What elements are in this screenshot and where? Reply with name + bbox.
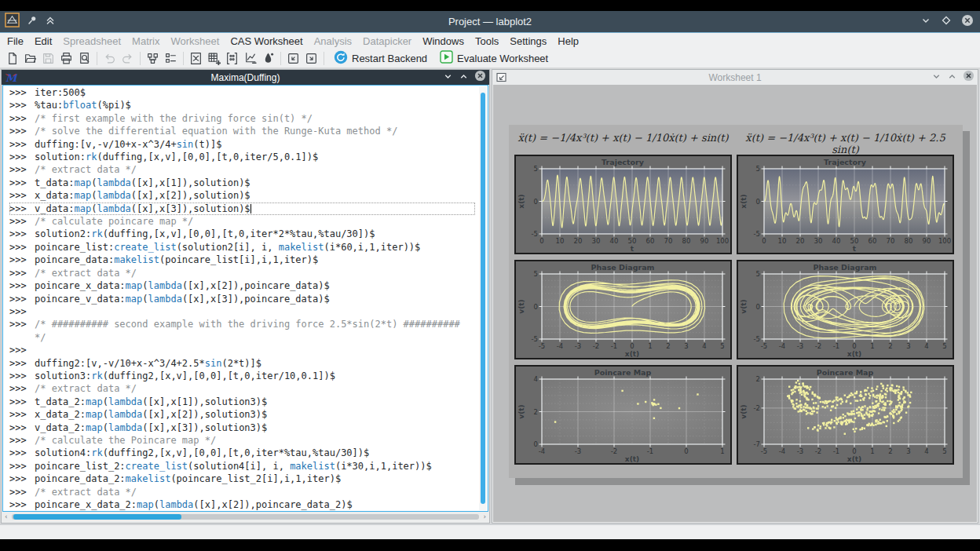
svg-text:0: 0 [539,237,543,245]
dock-bottom-right-button[interactable] [302,49,320,67]
properties-explorer-button[interactable] [162,49,180,67]
menu-windows[interactable]: Windows [417,35,470,47]
svg-text:100: 100 [938,237,951,245]
minimize-button[interactable] [920,15,931,29]
worksheet-restore-button[interactable] [947,71,957,85]
open-document-button[interactable] [21,49,39,67]
new-datapicker-button[interactable] [241,49,259,67]
svg-text:4: 4 [924,447,928,455]
svg-text:0: 0 [756,198,760,206]
code-line: >>>t_data_2:map(lambda([x],x[1]),solutio… [9,396,475,408]
print-button[interactable] [57,49,75,67]
worksheet-close-button[interactable] [963,70,975,85]
svg-text:1: 1 [720,447,724,455]
evaluate-worksheet-button[interactable]: Evaluate Worksheet [433,49,554,67]
svg-text:-4: -4 [557,342,563,350]
svg-text:4: 4 [702,342,706,350]
menu-matrix: Matrix [126,35,165,47]
worksheet-subwindow-titlebar[interactable]: Worksheet 1 [492,70,978,85]
new-cas-worksheet-button[interactable] [187,49,205,67]
menu-tools[interactable]: Tools [470,35,504,47]
plot-phase-diagram-2[interactable]: -5-4-3-2-1012345-505Phase Diagramx(t)v(t… [737,260,954,359]
worksheet-view[interactable]: ẍ(t) = −1/4x³(t) + x(t) − 1/10ẋ(t) + sin… [493,85,977,522]
maxima-horizontal-scrollbar-track[interactable] [12,514,479,520]
maxima-vertical-scrollbar[interactable] [479,86,487,510]
svg-text:x(t): x(t) [847,350,861,358]
svg-text:10: 10 [778,237,787,245]
svg-text:5: 5 [534,270,538,278]
menu-cas-worksheet[interactable]: CAS Worksheet [225,35,308,47]
svg-text:10: 10 [556,237,565,245]
code-line: >>>solution2:rk(duffing,[x,v],[0,0],[t,0… [9,228,475,240]
shade-window-icon[interactable] [45,15,56,29]
worksheet-shade-button[interactable] [931,71,942,85]
menu-settings[interactable]: Settings [504,35,552,47]
code-line: >>>/* extract data */ [9,486,475,498]
svg-text:0: 0 [756,303,760,311]
svg-text:-5: -5 [532,335,538,343]
svg-text:2: 2 [888,447,892,455]
color-scheme-button[interactable] [259,49,277,67]
maxima-horizontal-scrollbar-thumb[interactable] [13,514,181,520]
svg-text:5: 5 [942,447,946,455]
menu-file[interactable]: File [2,35,29,47]
menubar: FileEditSpreadsheetMatrixWorksheetCAS Wo… [0,32,980,49]
maxima-vertical-scrollbar-thumb[interactable] [481,93,485,504]
project-explorer-button[interactable] [144,49,162,67]
plot-trajectory-1[interactable]: 0102030405060708090100-505Trajectorytx(t… [514,155,732,254]
plot-phase-diagram-1[interactable]: -5-4-3-2-1012345-505Phase Diagramx(t)v(t… [514,260,732,359]
scroll-left-arrow-icon[interactable]: ‹ [5,513,8,520]
svg-text:0: 0 [852,447,856,455]
maximize-button[interactable] [941,15,952,29]
toolbar-separator [183,52,184,65]
maxima-horizontal-scrollbar[interactable]: ‹ › [5,513,486,521]
menu-edit[interactable]: Edit [29,35,57,47]
menu-analysis: Analysis [309,35,357,47]
svg-text:-2: -2 [593,342,599,350]
new-document-button[interactable] [3,49,21,67]
scroll-right-arrow-icon[interactable]: › [483,513,486,520]
svg-text:0: 0 [762,237,766,245]
plot-trajectory-2[interactable]: 0102030405060708090100-505Trajectorytx(t… [737,155,954,254]
svg-text:4: 4 [924,342,928,350]
letterbox-bottom [0,539,980,551]
titlebar[interactable]: Project — labplot2 [0,11,980,32]
svg-text:70: 70 [664,237,673,245]
code-line: */ [9,331,475,344]
svg-text:60: 60 [646,237,655,245]
plot-poincare-map-1[interactable]: -4-3-2-101024Poincare Mapx(t)v(t) [514,365,732,465]
letterbox-top [0,0,980,11]
code-line: >>> [9,344,475,356]
close-button[interactable] [961,14,974,30]
pin-icon[interactable] [27,15,38,29]
svg-text:3: 3 [684,342,688,350]
print-preview-button[interactable] [75,49,93,67]
svg-text:x(t): x(t) [740,194,748,208]
menu-spreadsheet: Spreadsheet [57,35,126,47]
code-line: >>>solution:rk(duffing,[x,v],[0,0],[t,0,… [9,151,475,163]
dock-bottom-left-button[interactable] [284,49,302,67]
maxima-close-button[interactable] [474,70,486,85]
svg-text:5: 5 [756,165,760,173]
new-spreadsheet-button[interactable] [205,49,223,67]
svg-text:-1: -1 [833,447,839,455]
new-matrix-button[interactable] [223,49,241,67]
menu-help[interactable]: Help [552,35,584,47]
svg-text:5: 5 [942,342,946,350]
svg-text:100: 100 [716,237,729,245]
maxima-subwindow-titlebar[interactable]: M Maxima(Duffing) [2,70,489,85]
toolbar: Restart Backend Evaluate Worksheet [0,49,980,68]
svg-text:2: 2 [534,408,538,416]
maxima-code-area[interactable]: >>>iter:500$>>>%tau:bfloat(%pi)$>>>/* fi… [2,85,488,512]
evaluate-worksheet-label: Evaluate Worksheet [457,53,548,64]
code-line: >>>duffing2:[v,-v/10+x-x^3/4+2.5*sin(2*t… [9,357,475,370]
svg-text:3: 3 [906,342,910,350]
maxima-subwindow: M Maxima(Duffing) >>>iter:500$>>>%tau:bf… [1,69,490,524]
maxima-restore-button[interactable] [459,71,469,85]
svg-text:-2: -2 [815,342,821,350]
restart-backend-button[interactable]: Restart Backend [327,49,433,67]
maxima-shade-button[interactable] [443,71,453,85]
plot-poincare-map-2[interactable]: -5-4-3-2-10123452-2-7Poincare Mapx(t)v(t… [737,365,954,465]
code-line: >>>poincare_list:create_list(solution2[i… [9,241,475,254]
svg-text:0: 0 [630,342,634,350]
